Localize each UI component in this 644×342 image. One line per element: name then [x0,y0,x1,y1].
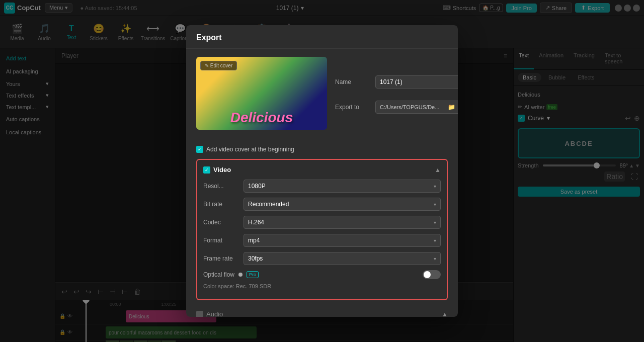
framerate-value: 30fps [248,255,263,262]
format-row: Format mp4 ▾ [203,234,441,247]
info-icon [238,273,243,277]
export-form: Name Export to C:/Users/TOPGUS/De... 📁 [335,57,458,138]
video-section-title: Video [213,166,231,174]
audio-section-title: Audio [206,310,223,317]
resolution-row: Resol... 1080P ▾ [203,180,441,193]
codec-arrow: ▾ [434,220,436,225]
framerate-row: Frame rate 30fps ▾ [203,252,441,265]
format-label: Format [203,237,244,244]
modal-title: Export [186,25,458,49]
toggle-thumb [424,271,431,278]
export-path-input[interactable]: C:/Users/TOPGUS/De... 📁 [375,101,458,114]
codec-value: H.264 [248,219,264,226]
video-section: ✓ Video ▲ Resol... 1080P ▾ Bit rate Reco… [196,159,448,300]
video-section-header: ✓ Video ▲ [203,166,441,174]
name-row: Name [335,75,458,89]
edit-cover-button[interactable]: ✎ Edit cover [200,61,237,70]
format-arrow: ▾ [434,238,436,243]
optical-flow-label: Optical flow [203,271,234,278]
modal-overlay: Export Delicious ✎ Edit cover Name [0,0,644,342]
audio-section: Audio ▲ Format MP3 ▾ [196,306,448,317]
optical-flow-toggle[interactable] [423,270,441,279]
codec-select[interactable]: H.264 ▾ [244,216,441,229]
cover-image-text: Delicious [230,110,293,126]
resolution-label: Resol... [203,183,244,190]
video-checkbox[interactable]: ✓ [203,166,210,174]
add-cover-checkbox[interactable]: ✓ [196,146,203,153]
name-input[interactable] [375,75,458,89]
codec-label: Codec [203,219,244,226]
export-path-text: C:/Users/TOPGUS/De... [380,104,446,110]
format-value: mp4 [248,237,260,244]
folder-icon[interactable]: 📁 [448,104,455,111]
export-modal: Export Delicious ✎ Edit cover Name [186,25,458,317]
framerate-select[interactable]: 30fps ▾ [244,252,441,265]
name-label: Name [335,78,375,86]
codec-row: Codec H.264 ▾ [203,216,441,229]
format-select[interactable]: mp4 ▾ [244,234,441,247]
resolution-value: 1080P [248,183,266,190]
add-cover-row: ✓ Add video cover at the beginning [196,146,448,153]
bitrate-select[interactable]: Recommended ▾ [244,198,441,211]
color-space-label: Color space: Rec. 709 SDR [203,283,441,289]
export-to-label: Export to [335,104,375,111]
add-cover-label: Add video cover at the beginning [206,146,294,153]
bitrate-arrow: ▾ [434,202,436,207]
audio-collapse-icon[interactable]: ▲ [442,311,448,317]
bitrate-row: Bit rate Recommended ▾ [203,198,441,211]
audio-section-header[interactable]: Audio ▲ [196,306,448,317]
resolution-select[interactable]: 1080P ▾ [244,180,441,193]
framerate-label: Frame rate [203,255,244,262]
resolution-arrow: ▾ [434,184,436,189]
pro-tag: Pro [247,271,259,278]
cover-name-area: Delicious ✎ Edit cover Name Export to C:… [196,57,448,138]
bitrate-value: Recommended [248,201,289,208]
audio-checkbox[interactable] [196,311,203,317]
bitrate-label: Bit rate [203,201,244,208]
cover-area: Delicious ✎ Edit cover [196,57,327,130]
export-to-row: Export to C:/Users/TOPGUS/De... 📁 [335,101,458,114]
framerate-arrow: ▾ [434,256,436,262]
modal-body: Delicious ✎ Edit cover Name Export to C:… [186,49,458,317]
video-collapse-icon[interactable]: ▲ [435,166,441,174]
optical-flow-row: Optical flow Pro [203,270,441,279]
